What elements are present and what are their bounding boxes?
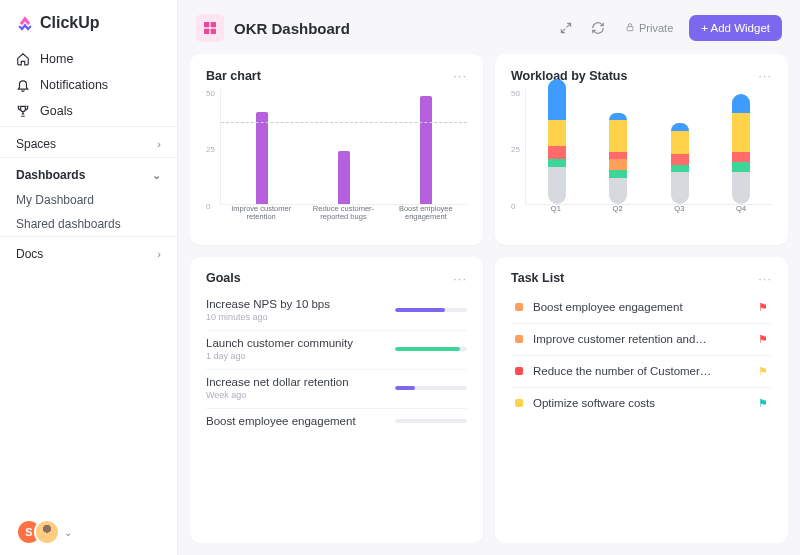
progress-bar <box>395 386 467 390</box>
bar-segment <box>671 165 689 173</box>
task-row[interactable]: Improve customer retention and…⚑ <box>511 324 772 356</box>
sidebar-item-goals[interactable]: Goals <box>0 98 177 124</box>
stacked-bar[interactable] <box>609 113 627 204</box>
goal-title: Launch customer community <box>206 337 385 349</box>
sidebar-section-dashboards[interactable]: Dashboards ⌄ <box>0 157 177 188</box>
flag-icon[interactable]: ⚑ <box>758 365 768 378</box>
task-row[interactable]: Boost employee engagement⚑ <box>511 292 772 324</box>
bar-segment <box>609 120 627 151</box>
bar-segment <box>671 131 689 154</box>
page-title: OKR Dashboard <box>234 20 545 37</box>
y-tick: 0 <box>206 202 220 211</box>
chevron-down-icon: ⌄ <box>64 527 72 538</box>
sidebar-item-label: Goals <box>40 104 73 118</box>
svg-rect-4 <box>627 27 633 31</box>
status-dot <box>515 399 523 407</box>
svg-rect-3 <box>211 29 216 34</box>
privacy-label: Private <box>639 22 673 34</box>
bar-segment <box>732 94 750 112</box>
clickup-logo-icon <box>16 14 34 32</box>
add-widget-button[interactable]: + Add Widget <box>689 15 782 41</box>
bar-segment <box>548 159 566 167</box>
bar-segment <box>548 120 566 146</box>
flag-icon[interactable]: ⚑ <box>758 333 768 346</box>
card-more-button[interactable]: ··· <box>758 68 772 83</box>
sidebar-item-label: Home <box>40 52 73 66</box>
x-tick: Boost employee engagement <box>385 205 467 231</box>
bar-segment <box>732 172 750 203</box>
goal-row[interactable]: Launch customer community1 day ago <box>206 331 467 370</box>
svg-rect-2 <box>204 29 209 34</box>
task-title: Boost employee engagement <box>533 301 748 313</box>
goal-row[interactable]: Increase NPS by 10 bps10 minutes ago <box>206 292 467 331</box>
bar-segment <box>732 113 750 152</box>
bar[interactable] <box>256 112 268 204</box>
sidebar-item-label: Notifications <box>40 78 108 92</box>
card-workload: Workload by Status ··· 50 25 0 Q1Q2Q3Q4 <box>495 54 788 245</box>
chevron-right-icon: › <box>157 138 161 150</box>
trophy-icon <box>16 104 30 118</box>
flag-icon[interactable]: ⚑ <box>758 397 768 410</box>
status-dot <box>515 367 523 375</box>
stacked-bar[interactable] <box>732 94 750 203</box>
lock-icon <box>625 22 635 34</box>
sidebar-item-notifications[interactable]: Notifications <box>0 72 177 98</box>
bar-segment <box>671 123 689 131</box>
main-content: OKR Dashboard Private + Add Widget Bar c… <box>178 0 800 555</box>
bar-segment <box>548 146 566 159</box>
card-more-button[interactable]: ··· <box>758 271 772 286</box>
sidebar-section-spaces[interactable]: Spaces › <box>0 126 177 157</box>
x-tick: Reduce customer-reported bugs <box>302 205 384 231</box>
y-tick: 25 <box>206 145 220 154</box>
bar-segment <box>671 154 689 164</box>
goal-row[interactable]: Increase net dollar retentionWeek ago <box>206 370 467 409</box>
card-more-button[interactable]: ··· <box>453 68 467 83</box>
task-title: Improve customer retention and… <box>533 333 748 345</box>
progress-bar <box>395 308 467 312</box>
expand-button[interactable] <box>555 17 577 39</box>
sidebar-item-shared-dashboards[interactable]: Shared dashboards <box>0 212 177 236</box>
x-tick: Improve customer retention <box>220 205 302 231</box>
bar[interactable] <box>338 151 350 204</box>
task-title: Optimize software costs <box>533 397 748 409</box>
bar-segment <box>548 167 566 203</box>
y-tick: 0 <box>511 202 525 211</box>
goal-row[interactable]: Boost employee engagement <box>206 409 467 435</box>
refresh-button[interactable] <box>587 17 609 39</box>
status-dot <box>515 335 523 343</box>
section-title: Dashboards <box>16 168 85 182</box>
bar-segment <box>671 172 689 203</box>
svg-rect-1 <box>211 22 216 27</box>
privacy-indicator[interactable]: Private <box>619 22 679 34</box>
goal-title: Increase net dollar retention <box>206 376 385 388</box>
goal-title: Increase NPS by 10 bps <box>206 298 385 310</box>
card-goals: Goals ··· Increase NPS by 10 bps10 minut… <box>190 257 483 544</box>
task-row[interactable]: Optimize software costs⚑ <box>511 388 772 419</box>
flag-icon[interactable]: ⚑ <box>758 301 768 314</box>
bar[interactable] <box>420 96 432 204</box>
goal-subtitle: Week ago <box>206 390 385 400</box>
sidebar-section-docs[interactable]: Docs › <box>0 236 177 267</box>
stacked-bar[interactable] <box>671 123 689 204</box>
brand-logo[interactable]: ClickUp <box>0 14 177 44</box>
x-tick: Q4 <box>710 205 772 231</box>
brand-name: ClickUp <box>40 14 100 32</box>
bar-segment <box>609 170 627 178</box>
stacked-bar[interactable] <box>548 79 566 204</box>
x-tick: Q3 <box>649 205 711 231</box>
dashboard-header: OKR Dashboard Private + Add Widget <box>190 0 788 54</box>
user-switcher[interactable]: S ⌄ <box>0 519 177 545</box>
card-title: Task List <box>511 271 564 285</box>
chevron-right-icon: › <box>157 248 161 260</box>
sidebar-item-home[interactable]: Home <box>0 46 177 72</box>
card-more-button[interactable]: ··· <box>453 271 467 286</box>
bar-segment <box>609 113 627 121</box>
y-tick: 25 <box>511 145 525 154</box>
goal-title: Boost employee engagement <box>206 415 385 427</box>
sidebar: ClickUp Home Notifications Goals Spaces … <box>0 0 178 555</box>
task-row[interactable]: Reduce the number of Customer…⚑ <box>511 356 772 388</box>
svg-rect-0 <box>204 22 209 27</box>
bar-segment <box>548 79 566 121</box>
dashboard-icon <box>196 14 224 42</box>
sidebar-item-my-dashboard[interactable]: My Dashboard <box>0 188 177 212</box>
